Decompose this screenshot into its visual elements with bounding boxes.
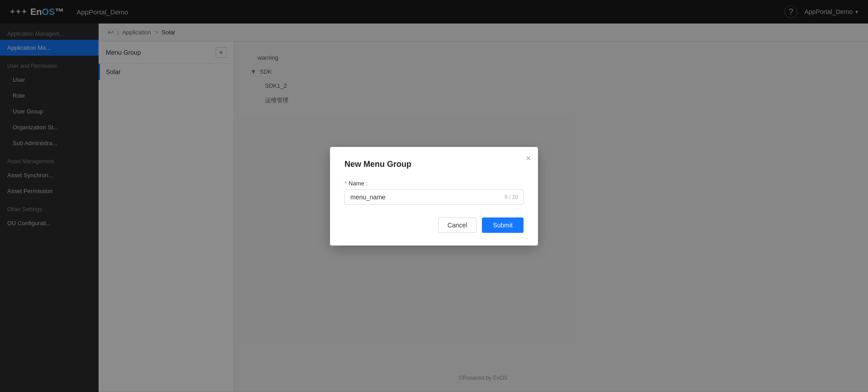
cancel-button[interactable]: Cancel <box>438 217 477 233</box>
name-counter: 9 / 20 <box>505 194 518 200</box>
new-menu-group-dialog: New Menu Group × * Name : 9 / 20 Cancel … <box>330 147 538 246</box>
dialog-close-button[interactable]: × <box>526 154 531 162</box>
name-input-wrap: 9 / 20 <box>344 189 524 205</box>
dialog-actions: Cancel Submit <box>344 217 524 233</box>
required-star: * <box>344 180 347 187</box>
submit-button[interactable]: Submit <box>482 217 524 233</box>
modal-overlay[interactable]: New Menu Group × * Name : 9 / 20 Cancel … <box>0 0 868 392</box>
name-label: * Name : <box>344 180 524 187</box>
dialog-title: New Menu Group <box>344 160 524 169</box>
name-field-row: * Name : 9 / 20 <box>344 180 524 205</box>
name-input[interactable] <box>344 189 524 205</box>
